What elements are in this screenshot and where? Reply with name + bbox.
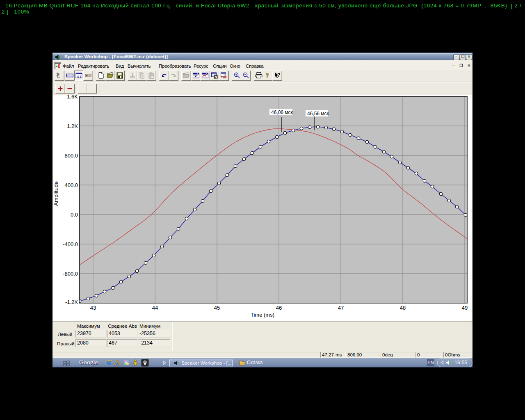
svg-text:43: 43: [90, 305, 96, 311]
svg-text:Amplitude: Amplitude: [53, 181, 59, 206]
svg-text:0.0: 0.0: [71, 212, 78, 218]
svg-text:-1.2K: -1.2K: [65, 299, 78, 305]
svg-text:-800.0: -800.0: [63, 271, 78, 277]
svg-text:-400.0: -400.0: [63, 241, 78, 247]
svg-text:46,56 мск: 46,56 мск: [307, 111, 329, 116]
svg-text:Freq: Freq: [194, 74, 197, 76]
svg-text:400.0: 400.0: [64, 182, 78, 188]
svg-text:Time (ms): Time (ms): [251, 312, 274, 318]
svg-text:800.0: 800.0: [64, 153, 78, 159]
svg-text:?: ?: [266, 72, 269, 79]
svg-text:?: ?: [277, 72, 280, 78]
svg-text:49: 49: [462, 305, 468, 311]
svg-text:1.2K: 1.2K: [67, 123, 78, 129]
svg-text:46,06 мск: 46,06 мск: [271, 110, 293, 115]
svg-text:48: 48: [400, 305, 406, 311]
svg-text:47: 47: [338, 305, 344, 311]
svg-text:44: 44: [152, 305, 158, 311]
svg-text:1.6K: 1.6K: [67, 95, 78, 100]
svg-text:45: 45: [214, 305, 220, 311]
svg-text:46: 46: [276, 305, 282, 311]
